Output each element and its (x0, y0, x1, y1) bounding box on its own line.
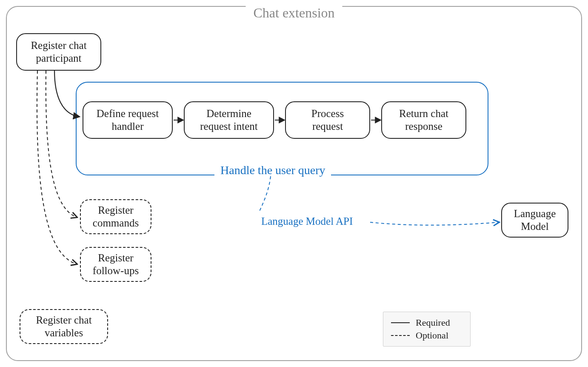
box-register-commands: Registercommands (80, 199, 151, 234)
legend-row-optional: Optional (391, 329, 462, 342)
legend: Required Optional (383, 312, 471, 347)
box-register-variables: Register chatvariables (20, 309, 108, 344)
dashed-line-icon (391, 335, 410, 336)
box-determine-intent: Determinerequest intent (184, 101, 274, 139)
group-label: Handle the user query (214, 163, 331, 177)
api-label: Language Model API (259, 215, 355, 227)
box-process-request: Processrequest (285, 101, 370, 139)
diagram-title: Chat extension (245, 5, 342, 21)
arrow-participant-to-followups (37, 71, 77, 264)
solid-line-icon (391, 322, 410, 323)
box-language-model: LanguageModel (501, 203, 568, 238)
legend-required-label: Required (416, 317, 450, 328)
arrow-handle-to-api (259, 176, 271, 213)
chat-extension-container: Chat extension Register chatparticipant … (6, 6, 582, 361)
box-register-followups: Registerfollow-ups (80, 247, 151, 282)
box-register-participant: Register chatparticipant (16, 33, 101, 71)
arrow-api-to-lm (370, 222, 499, 225)
box-define-handler: Define requesthandler (83, 101, 173, 139)
legend-optional-label: Optional (416, 330, 448, 341)
arrow-participant-to-commands (46, 71, 77, 217)
legend-row-required: Required (391, 316, 462, 329)
box-return-response: Return chatresponse (381, 101, 466, 139)
